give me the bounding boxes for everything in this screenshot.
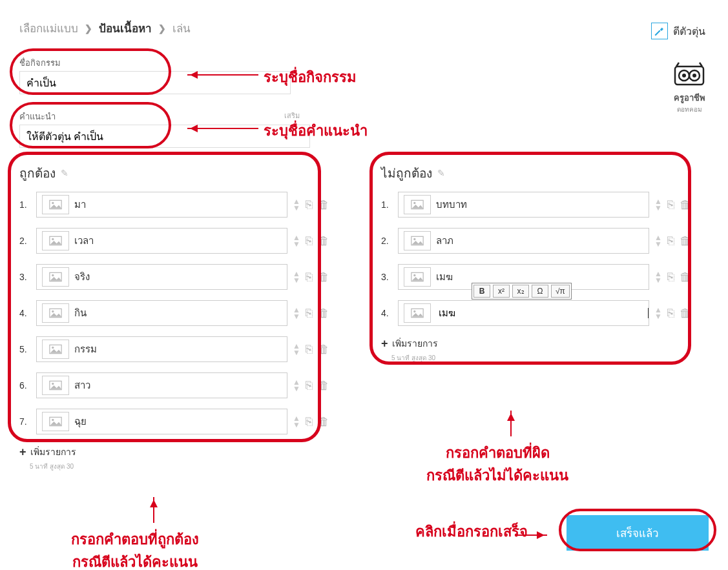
- sort-handle[interactable]: ▲▼: [654, 305, 662, 321]
- item-text[interactable]: ฉุย: [74, 414, 287, 429]
- list-item: 6.สาว▲▼⎘🗑: [19, 372, 329, 398]
- add-incorrect-item[interactable]: + เพิ่มรายการ: [381, 336, 691, 351]
- item-box[interactable]: สาว: [36, 372, 287, 398]
- copy-icon[interactable]: ⎘: [306, 234, 313, 248]
- svg-point-10: [52, 274, 54, 276]
- item-text[interactable]: มา: [74, 197, 287, 212]
- item-box[interactable]: กิน: [36, 300, 287, 326]
- chevron-right-icon: ❯: [85, 23, 92, 34]
- sort-handle[interactable]: ▲▼: [293, 197, 300, 212]
- copy-icon[interactable]: ⎘: [667, 307, 674, 320]
- svg-point-8: [52, 238, 54, 240]
- annotation-arrow: [187, 74, 258, 76]
- sort-handle[interactable]: ▲▼: [293, 378, 300, 393]
- item-text[interactable]: กิน: [74, 305, 287, 321]
- delete-icon[interactable]: 🗑: [318, 415, 329, 429]
- breadcrumb-step3[interactable]: เล่น: [172, 19, 191, 37]
- list-item: 4.▲▼⎘🗑: [381, 300, 691, 326]
- copy-icon[interactable]: ⎘: [667, 234, 674, 248]
- svg-point-6: [52, 202, 54, 204]
- sort-handle[interactable]: ▲▼: [293, 269, 300, 285]
- copy-icon[interactable]: ⎘: [667, 198, 674, 212]
- sort-handle[interactable]: ▲▼: [654, 269, 662, 285]
- item-box[interactable]: ฉุย: [36, 409, 287, 434]
- copy-icon[interactable]: ⎘: [306, 270, 313, 284]
- image-icon[interactable]: [42, 231, 69, 250]
- item-text[interactable]: เวลา: [74, 233, 287, 249]
- annotation-hint: ระบุชื่อคำแนะนำ: [264, 119, 368, 142]
- incorrect-limit-hint: 5 นาที สูงสุด 30: [391, 353, 691, 363]
- activity-label: ชื่อกิจกรรม: [19, 56, 709, 70]
- item-box[interactable]: เวลา: [36, 228, 287, 254]
- delete-icon[interactable]: 🗑: [680, 198, 691, 212]
- item-text[interactable]: ลาภ: [436, 233, 649, 249]
- sort-handle[interactable]: ▲▼: [293, 341, 300, 357]
- delete-icon[interactable]: 🗑: [680, 307, 691, 320]
- add-correct-item[interactable]: + เพิ่มรายการ: [19, 445, 329, 459]
- copy-icon[interactable]: ⎘: [306, 307, 313, 320]
- omega-button[interactable]: Ω: [532, 285, 548, 298]
- item-number: 2.: [19, 236, 31, 246]
- delete-icon[interactable]: 🗑: [318, 379, 329, 392]
- format-toolbar: B x² x₂ Ω √π: [472, 283, 572, 300]
- item-number: 1.: [19, 199, 31, 210]
- item-text[interactable]: จริง: [74, 269, 287, 285]
- image-icon[interactable]: [404, 267, 431, 287]
- item-box[interactable]: ลาภ: [398, 228, 649, 254]
- sort-handle[interactable]: ▲▼: [293, 305, 300, 321]
- delete-icon[interactable]: 🗑: [318, 234, 329, 248]
- item-text[interactable]: บทบาท: [436, 197, 649, 212]
- delete-icon[interactable]: 🗑: [318, 270, 329, 284]
- item-text[interactable]: กรรม: [74, 341, 287, 357]
- item-box[interactable]: มา: [36, 192, 287, 218]
- delete-icon[interactable]: 🗑: [318, 198, 329, 212]
- edit-icon[interactable]: ✎: [437, 168, 445, 178]
- image-icon[interactable]: [42, 376, 69, 395]
- delete-icon[interactable]: 🗑: [318, 307, 329, 320]
- delete-icon[interactable]: 🗑: [318, 343, 329, 356]
- item-number: 4.: [381, 308, 393, 318]
- list-item: 1.มา▲▼⎘🗑: [19, 192, 329, 218]
- sort-handle[interactable]: ▲▼: [654, 233, 662, 249]
- item-text[interactable]: สาว: [74, 378, 287, 393]
- copy-icon[interactable]: ⎘: [306, 379, 313, 392]
- incorrect-column: ไม่ถูกต้อง ✎ 1.บทบาท▲▼⎘🗑2.ลาภ▲▼⎘🗑3.เมฆ▲▼…: [381, 163, 691, 471]
- correct-column: ถูกต้อง ✎ 1.มา▲▼⎘🗑2.เวลา▲▼⎘🗑3.จริง▲▼⎘🗑4.…: [19, 163, 329, 471]
- delete-icon[interactable]: 🗑: [680, 234, 691, 248]
- delete-icon[interactable]: 🗑: [680, 270, 691, 284]
- image-icon[interactable]: [42, 267, 69, 287]
- sort-handle[interactable]: ▲▼: [293, 414, 300, 429]
- sort-handle[interactable]: ▲▼: [654, 197, 662, 212]
- copy-icon[interactable]: ⎘: [306, 415, 313, 429]
- svg-point-16: [52, 383, 54, 385]
- copy-icon[interactable]: ⎘: [306, 198, 313, 212]
- image-icon[interactable]: [404, 231, 431, 250]
- item-box[interactable]: กรรม: [36, 336, 287, 362]
- item-box[interactable]: [398, 300, 649, 326]
- item-text-input[interactable]: [436, 305, 648, 321]
- list-item: 1.บทบาท▲▼⎘🗑: [381, 192, 691, 218]
- image-icon[interactable]: [42, 195, 69, 214]
- svg-point-14: [52, 347, 54, 349]
- image-icon[interactable]: [404, 303, 431, 323]
- item-number: 2.: [381, 236, 393, 246]
- item-box[interactable]: จริง: [36, 264, 287, 290]
- copy-icon[interactable]: ⎘: [306, 343, 313, 356]
- item-number: 6.: [19, 380, 31, 391]
- image-icon[interactable]: [42, 303, 69, 323]
- bold-button[interactable]: B: [473, 285, 490, 298]
- image-icon[interactable]: [42, 340, 69, 359]
- sort-handle[interactable]: ▲▼: [293, 233, 300, 249]
- sqrt-button[interactable]: √π: [551, 285, 570, 298]
- correct-title: ถูกต้อง: [19, 163, 56, 183]
- item-box[interactable]: บทบาท: [398, 192, 649, 218]
- breadcrumb-step2[interactable]: ป้อนเนื้อหา: [99, 19, 152, 37]
- copy-icon[interactable]: ⎘: [667, 270, 674, 284]
- superscript-button[interactable]: x²: [493, 285, 510, 298]
- edit-icon[interactable]: ✎: [61, 168, 68, 178]
- list-item: 7.ฉุย▲▼⎘🗑: [19, 409, 329, 434]
- image-icon[interactable]: [404, 195, 431, 214]
- subscript-button[interactable]: x₂: [512, 285, 529, 298]
- image-icon[interactable]: [42, 412, 69, 431]
- breadcrumb-step1[interactable]: เลือกแม่แบบ: [19, 19, 78, 37]
